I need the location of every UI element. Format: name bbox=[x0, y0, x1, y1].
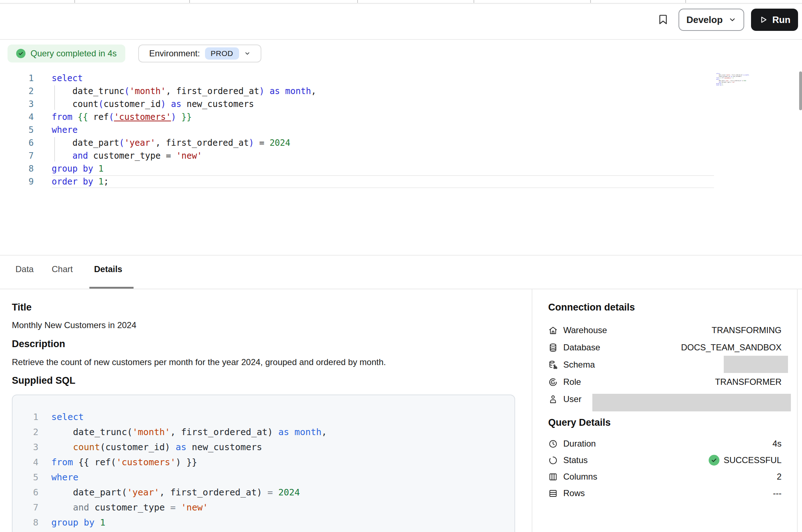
status-spinner-icon bbox=[548, 456, 558, 465]
row-label: Status bbox=[563, 455, 588, 465]
run-button-label: Run bbox=[772, 14, 791, 25]
line-number: 8 bbox=[0, 162, 34, 175]
description-heading: Description bbox=[12, 339, 65, 350]
panel-divider bbox=[532, 289, 532, 532]
row-value: 2 bbox=[777, 472, 782, 482]
columns-icon bbox=[548, 472, 558, 482]
connection-details-heading: Connection details bbox=[548, 302, 635, 313]
row-label: Database bbox=[563, 342, 600, 353]
schema-value-redacted bbox=[724, 356, 788, 373]
tab-data[interactable]: Data bbox=[15, 264, 34, 274]
line-number: 2 bbox=[23, 425, 38, 440]
query-row-duration: Duration 4s bbox=[548, 435, 782, 452]
database-icon bbox=[548, 343, 558, 353]
code-line: 1select bbox=[0, 72, 754, 85]
row-value: 4s bbox=[773, 439, 782, 449]
line-number: 6 bbox=[0, 136, 34, 149]
environment-selector[interactable]: Environment: PROD bbox=[138, 45, 261, 62]
line-number: 8 bbox=[23, 515, 38, 530]
develop-button-label: Develop bbox=[686, 14, 723, 25]
duration-icon bbox=[548, 439, 558, 449]
tab-divider bbox=[590, 0, 591, 3]
query-details-heading: Query Details bbox=[548, 417, 611, 428]
code-line: 2 date_trunc('month', first_ordered_at) … bbox=[0, 85, 754, 98]
row-label: Warehouse bbox=[563, 325, 607, 335]
check-circle-icon bbox=[16, 49, 25, 58]
warehouse-icon bbox=[548, 326, 558, 335]
scrollbar-thumb[interactable] bbox=[799, 71, 802, 110]
tab-divider bbox=[189, 0, 190, 3]
row-value: DOCS_TEAM_SANDBOX bbox=[681, 342, 782, 353]
tabs-top-border bbox=[0, 255, 802, 256]
code-line: 5where bbox=[23, 470, 514, 485]
row-label: Rows bbox=[563, 488, 585, 498]
tab-details[interactable]: Details bbox=[94, 264, 122, 274]
row-label: Schema bbox=[563, 360, 595, 370]
line-number: 7 bbox=[0, 149, 34, 162]
user-value-redacted bbox=[592, 394, 791, 411]
code-line: 6 date_part('year', first_ordered_at) = … bbox=[23, 485, 514, 500]
right-scrollbar-track bbox=[797, 289, 798, 532]
develop-button[interactable]: Develop bbox=[679, 9, 744, 31]
code-line: 8group by 1 bbox=[0, 162, 754, 175]
code-line: 9order by 1; bbox=[716, 84, 721, 86]
environment-label: Environment: bbox=[149, 48, 200, 59]
chevron-down-icon bbox=[728, 16, 736, 24]
bookmark-icon[interactable] bbox=[657, 12, 669, 27]
play-icon bbox=[759, 15, 768, 24]
tab-divider bbox=[474, 0, 474, 3]
user-icon bbox=[548, 395, 558, 404]
code-line: 7 and customer_type = 'new' bbox=[23, 500, 514, 515]
code-line: 1select bbox=[23, 410, 514, 425]
row-value: TRANSFORMER bbox=[715, 377, 782, 387]
line-number: 6 bbox=[23, 485, 38, 500]
sql-editor[interactable]: 1select2 date_trunc('month', first_order… bbox=[0, 72, 754, 188]
row-value: --- bbox=[773, 488, 782, 498]
environment-value-pill: PROD bbox=[205, 47, 239, 60]
line-number: 3 bbox=[23, 440, 38, 455]
title-heading: Title bbox=[12, 302, 32, 313]
line-number: 4 bbox=[0, 111, 34, 123]
query-row-rows: Rows --- bbox=[548, 485, 782, 502]
browser-tab-strip bbox=[0, 0, 802, 4]
minimap-content: 1select2 date_trunc('month', first_order… bbox=[716, 73, 721, 86]
role-icon bbox=[548, 377, 558, 387]
chevron-down-icon bbox=[244, 50, 251, 57]
line-number: 9 bbox=[0, 175, 34, 188]
line-number: 4 bbox=[23, 455, 38, 470]
tab-divider bbox=[685, 0, 686, 3]
query-status-text: Query completed in 4s bbox=[31, 48, 117, 59]
line-number: 5 bbox=[23, 470, 38, 485]
query-row-status: Status SUCCESSFUL bbox=[548, 452, 782, 469]
row-value: TRANSFORMING bbox=[712, 325, 782, 335]
connection-row-warehouse: Warehouse TRANSFORMING bbox=[548, 322, 782, 339]
editor-minimap[interactable]: 1select2 date_trunc('month', first_order… bbox=[716, 73, 755, 92]
row-label: Duration bbox=[563, 439, 596, 449]
code-line: 6 date_part('year', first_ordered_at) = … bbox=[0, 136, 754, 149]
line-number: 1 bbox=[0, 72, 34, 85]
tab-chart[interactable]: Chart bbox=[52, 264, 73, 274]
supplied-sql-code-block: 1select2 date_trunc('month', first_order… bbox=[12, 395, 515, 532]
row-value: SUCCESSFUL bbox=[724, 455, 782, 465]
query-status-pill: Query completed in 4s bbox=[8, 45, 125, 62]
row-label: User bbox=[563, 394, 582, 404]
query-row-columns: Columns 2 bbox=[548, 468, 782, 485]
line-number: 5 bbox=[0, 123, 34, 136]
tab-divider bbox=[357, 0, 358, 3]
tabs-bottom-border bbox=[0, 289, 802, 289]
connection-row-database: Database DOCS_TEAM_SANDBOX bbox=[548, 339, 782, 356]
check-circle-icon bbox=[709, 455, 719, 466]
run-button[interactable]: Run bbox=[751, 9, 798, 31]
title-value: Monthly New Customers in 2024 bbox=[12, 320, 136, 330]
rows-icon bbox=[548, 489, 558, 498]
connection-row-role: Role TRANSFORMER bbox=[548, 373, 782, 391]
supplied-sql-heading: Supplied SQL bbox=[12, 375, 75, 386]
code-line: 7 and customer_type = 'new' bbox=[0, 149, 754, 162]
code-line: 2 date_trunc('month', first_ordered_at) … bbox=[23, 425, 514, 440]
line-number: 3 bbox=[0, 98, 34, 111]
code-line: 4from {{ ref('customers') }} bbox=[0, 111, 754, 123]
code-line: 3 count(customer_id) as new_customers bbox=[0, 98, 754, 111]
code-line: 8group by 1 bbox=[23, 515, 514, 530]
code-line: 3 count(customer_id) as new_customers bbox=[23, 440, 514, 455]
code-line: 4from {{ ref('customers') }} bbox=[23, 455, 514, 470]
